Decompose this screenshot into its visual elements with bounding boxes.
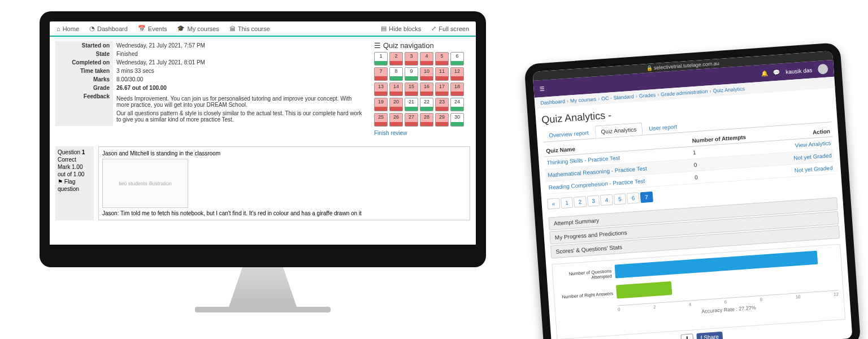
grad-cap-icon: 🎓 [177, 25, 185, 32]
quiz-nav-15[interactable]: 15 [405, 82, 418, 96]
building-icon: 🏛 [229, 25, 236, 32]
quiz-nav-19[interactable]: 19 [374, 98, 388, 111]
nav-thiscourse[interactable]: 🏛This course [229, 25, 270, 32]
quiz-nav-21[interactable]: 21 [405, 98, 418, 111]
quiz-nav-1[interactable]: 1 [374, 52, 388, 66]
quiz-nav-16[interactable]: 16 [420, 82, 433, 96]
finish-review-link[interactable]: Finish review [374, 130, 470, 136]
list-icon: ☰ [374, 41, 381, 50]
quiz-nav-3[interactable]: 3 [405, 52, 418, 66]
nav-home[interactable]: ⌂Home [57, 25, 79, 32]
breadcrumb-item[interactable]: My courses [570, 96, 597, 103]
expand-icon: ⤢ [431, 25, 436, 32]
gauge-icon: ◔ [89, 25, 95, 32]
nav-events[interactable]: 📅Events [138, 25, 167, 32]
page-2[interactable]: 2 [574, 196, 587, 207]
quiz-nav-25[interactable]: 25 [374, 113, 388, 127]
question-info: Question 1 Correct Mark 1.00 out of 1.00… [55, 146, 94, 220]
quiz-nav-5[interactable]: 5 [435, 52, 449, 66]
home-icon: ⌂ [57, 25, 60, 32]
username[interactable]: kausik das [785, 67, 813, 75]
attempt-summary: Started onWednesday, 21 July 2021, 7:57 … [55, 41, 368, 136]
breadcrumb-item[interactable]: OC - Standard [601, 94, 635, 102]
quiz-nav-27[interactable]: 27 [405, 113, 418, 127]
page-7[interactable]: 7 [640, 192, 653, 203]
quiz-nav-2[interactable]: 2 [389, 52, 403, 66]
quiz-nav-13[interactable]: 13 [374, 82, 388, 96]
quiz-nav-22[interactable]: 22 [420, 98, 433, 111]
page-5[interactable]: 5 [614, 193, 627, 205]
breadcrumb-item[interactable]: Grade administration [661, 89, 708, 98]
question-content: Jason and Mitchell is standing in the cl… [98, 146, 470, 220]
chart-bar-1 [616, 281, 672, 299]
quiz-nav-24[interactable]: 24 [450, 98, 464, 111]
quiz-nav-20[interactable]: 20 [389, 98, 403, 111]
breadcrumb-item[interactable]: Grades [639, 92, 656, 99]
question-image: two students illustration [102, 159, 188, 208]
chart-label-0: Number of Questions Attempted [555, 268, 612, 282]
attempt-chart: Number of Questions Attempted Number of … [552, 244, 845, 339]
tab-overview[interactable]: Overview report [542, 126, 595, 142]
page-1[interactable]: 1 [561, 197, 574, 208]
flag-question[interactable]: ⚑ Flag question [58, 178, 92, 193]
quiz-nav-6[interactable]: 6 [450, 52, 464, 66]
page-3[interactable]: 3 [587, 195, 600, 206]
quiz-nav-29[interactable]: 29 [435, 113, 449, 127]
quiz-nav-14[interactable]: 14 [389, 82, 403, 96]
nav-hideblocks[interactable]: ▤Hide blocks [381, 25, 421, 32]
tab-user[interactable]: User report [642, 120, 683, 135]
breadcrumb-item[interactable]: Dashboard [540, 98, 566, 106]
quiz-nav-23[interactable]: 23 [435, 98, 449, 111]
tab-analytics[interactable]: Quiz Analytics [594, 123, 643, 138]
quiz-nav-17[interactable]: 17 [435, 82, 449, 96]
top-nav: ⌂Home ◔Dashboard 📅Events 🎓My courses 🏛Th… [50, 21, 476, 37]
nav-dashboard[interactable]: ◔Dashboard [89, 25, 128, 32]
share-button[interactable]: f Share [696, 332, 723, 339]
quiz-nav-18[interactable]: 18 [450, 82, 464, 96]
chart-bar-0 [614, 251, 818, 279]
chat-icon[interactable]: 💬 [773, 69, 780, 76]
nav-fullscreen[interactable]: ⤢Full screen [431, 25, 469, 32]
quiz-nav-11[interactable]: 11 [435, 67, 449, 81]
calendar-icon: 📅 [138, 25, 146, 32]
quiz-nav-30[interactable]: 30 [450, 113, 464, 127]
breadcrumb-item[interactable]: Quiz Analytics [713, 86, 745, 94]
nav-mycourses[interactable]: 🎓My courses [177, 25, 219, 32]
columns-icon: ▤ [381, 25, 387, 32]
page-«[interactable]: « [547, 198, 560, 209]
quiz-nav-9[interactable]: 9 [405, 67, 418, 81]
download-button[interactable]: ⬇ [680, 333, 693, 339]
quiz-navigation: ☰ Quiz navigation 1234567891011121314151… [374, 41, 470, 136]
bell-icon[interactable]: 🔔 [761, 70, 768, 77]
quiz-nav-12[interactable]: 12 [450, 67, 464, 81]
quiz-nav-8[interactable]: 8 [389, 67, 403, 81]
quiz-nav-4[interactable]: 4 [420, 52, 433, 66]
quiz-nav-7[interactable]: 7 [374, 67, 388, 81]
quiz-nav-28[interactable]: 28 [420, 113, 433, 127]
menu-icon[interactable]: ☰ [539, 85, 545, 92]
quiz-nav-26[interactable]: 26 [389, 113, 403, 127]
page-4[interactable]: 4 [600, 194, 613, 206]
avatar[interactable] [818, 64, 828, 75]
quiz-nav-10[interactable]: 10 [420, 67, 433, 81]
chart-label-1: Number of Right Answers [557, 291, 613, 300]
page-6[interactable]: 6 [627, 192, 640, 203]
